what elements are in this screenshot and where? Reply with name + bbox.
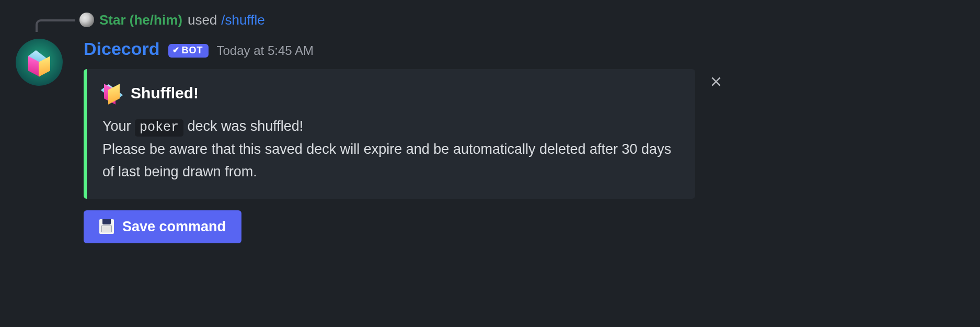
command-reply-context[interactable]: Star (he/him) used /shuffle <box>36 10 964 29</box>
embed-body: Your poker deck was shuffled! Please be … <box>102 115 679 183</box>
invoker-avatar[interactable] <box>79 13 94 27</box>
deck-name-code: poker <box>135 119 183 137</box>
bot-badge: ✔ BOT <box>168 44 209 58</box>
dismiss-button[interactable] <box>706 71 727 92</box>
embed-body-rest: Please be aware that this saved deck wil… <box>102 141 671 179</box>
embed-line1-prefix: Your <box>102 118 135 134</box>
embed-title: Shuffled! <box>131 84 199 102</box>
cube-icon <box>102 84 121 103</box>
message-timestamp: Today at 5:45 AM <box>217 43 314 58</box>
close-icon <box>709 75 723 88</box>
slash-command-name[interactable]: /shuffle <box>221 13 264 27</box>
bot-username[interactable]: Dicecord <box>84 39 160 59</box>
discord-message-area: Star (he/him) used /shuffle Dicecord ✔ B… <box>0 0 980 327</box>
reply-connector-line <box>36 19 75 32</box>
floppy-disk-icon <box>99 219 114 234</box>
save-command-button[interactable]: Save command <box>84 210 241 243</box>
invoker-username[interactable]: Star (he/him) <box>99 13 182 27</box>
embed-line1-suffix: deck was shuffled! <box>183 118 303 134</box>
save-command-label: Save command <box>122 219 226 235</box>
bot-avatar[interactable] <box>16 39 63 86</box>
reply-action-text: used <box>188 13 217 27</box>
cube-icon <box>27 50 52 75</box>
verified-check-icon: ✔ <box>172 46 180 54</box>
message-header: Dicecord ✔ BOT Today at 5:45 AM <box>84 39 964 60</box>
bot-badge-text: BOT <box>182 45 203 56</box>
embed-card: Shuffled! Your poker deck was shuffled! … <box>84 69 695 199</box>
